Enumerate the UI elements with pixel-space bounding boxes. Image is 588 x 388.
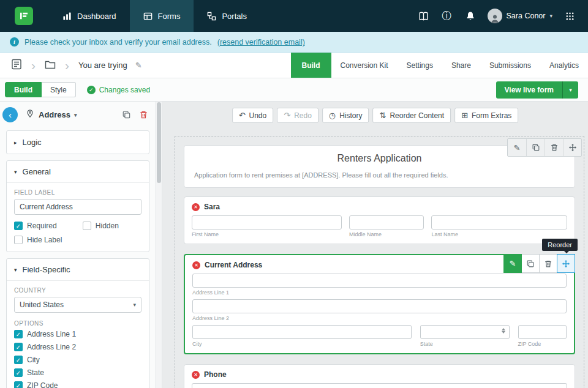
phone-field-card[interactable]: ✕ Phone [184,364,575,388]
edit-field-button[interactable]: ✎ [503,254,522,273]
hide-label-checkbox[interactable]: Hide Label [14,236,79,244]
city-group: City [192,325,412,347]
form-section-tabs: Build Conversion Kit Settings Share Subm… [291,53,588,78]
form-extras-button[interactable]: ⊞ Form Extras [454,108,518,123]
scrollbar-thumb[interactable] [157,102,161,183]
app-logo[interactable] [0,0,49,32]
checkbox-label: Hidden [96,222,119,230]
address-line2-input[interactable] [192,299,567,313]
first-name-input[interactable] [192,215,342,229]
zip-input[interactable] [518,325,567,339]
delete-field-icon[interactable] [139,110,148,119]
redo-label: Redo [294,111,312,120]
form-preview-area: ✎ [175,136,584,388]
rename-form-pencil-icon[interactable]: ✎ [135,61,142,70]
notifications-bell-icon[interactable] [464,10,477,22]
triangle-right-icon: ▸ [14,140,17,146]
field-toolbar: ✎ [504,254,575,273]
nav-item-dashboard[interactable]: Dashboard [49,0,130,32]
build-mode-button[interactable]: Build [5,82,42,97]
tab-settings[interactable]: Settings [398,53,442,78]
phone-input[interactable] [192,383,567,388]
duplicate-icon [526,259,535,268]
move-icon[interactable] [563,139,581,156]
edit-pencil-icon[interactable]: ✎ [508,139,526,156]
tab-share[interactable]: Share [442,53,480,78]
required-checkbox[interactable]: Required [14,222,79,230]
apps-grid-icon[interactable] [564,10,576,22]
city-input[interactable] [192,325,412,339]
general-section-toggle[interactable]: ▾ General [7,161,149,183]
field-header: ✕ Sara [192,202,567,212]
collapse-panel-button[interactable]: ‹ [2,107,18,122]
address-field-card-selected[interactable]: Reorder ✎ [184,254,575,354]
hidden-checkbox[interactable]: Hidden [83,222,141,230]
breadcrumb-separator-icon: › [30,58,37,73]
logo-glyph [18,10,29,21]
mode-toolbar: Build Style ✓ Changes saved View live fo… [0,78,588,102]
docs-book-icon[interactable] [418,10,430,22]
option-zip-code[interactable]: ZIP Code [14,381,141,388]
option-state[interactable]: State [14,368,141,377]
checkbox-icon [14,330,23,338]
info-icon[interactable]: ⓘ [441,10,453,22]
country-select[interactable]: United States ▾ [14,297,141,313]
build-style-switch: Build Style [5,82,76,97]
user-name: Sara Conor [507,12,546,20]
field-type-dropdown[interactable]: Address ▾ [39,110,77,119]
option-address-line-2[interactable]: Address Line 2 [14,343,141,351]
location-pin-icon [26,109,34,121]
tab-submissions[interactable]: Submissions [480,53,540,78]
option-address-line-1[interactable]: Address Line 1 [14,330,141,338]
duplicate-field-button[interactable] [521,254,540,273]
reorder-field-button[interactable] [557,254,575,273]
view-live-form-caret[interactable]: ▾ [562,81,578,99]
state-sublabel: State [420,341,510,347]
folder-icon[interactable] [45,59,56,72]
undo-button[interactable]: ↶ Undo [232,108,274,123]
history-button[interactable]: ◷ History [322,108,369,123]
top-navbar: Dashboard Forms Portals ⓘ [0,0,588,32]
tab-build[interactable]: Build [291,53,331,78]
tab-conversion-kit[interactable]: Conversion Kit [331,53,398,78]
delete-field-button[interactable] [539,254,557,273]
duplicate-field-icon[interactable] [122,110,131,119]
resend-verification-link[interactable]: (resend verification email) [217,38,305,47]
first-name-sublabel: First Name [192,231,342,237]
trash-icon[interactable] [545,139,563,156]
form-list-icon[interactable] [11,59,22,72]
nav-item-portals[interactable]: Portals [194,0,260,32]
address-line1-input[interactable] [192,274,567,288]
field-label-input[interactable] [14,199,141,215]
checkbox-icon [14,222,23,230]
last-name-group: Last Name [431,215,567,237]
option-city[interactable]: City [14,356,141,364]
middle-name-input[interactable] [349,215,424,229]
nav-label: Portals [222,12,246,21]
state-select[interactable] [420,325,510,339]
duplicate-icon[interactable] [526,139,545,156]
tab-analytics[interactable]: Analytics [540,53,588,78]
reorder-content-button[interactable]: ⇅ Reorder Content [373,108,451,123]
field-specific-section-toggle[interactable]: ▾ Field-Specific [7,259,149,281]
avatar [488,9,502,23]
logic-section-toggle[interactable]: ▸ Logic [6,130,149,154]
checkbox-icon [14,381,23,388]
triangle-down-icon: ▾ [14,169,17,175]
nav-label: Dashboard [77,12,116,21]
undo-label: Undo [249,111,267,120]
nav-item-forms[interactable]: Forms [130,0,194,32]
view-live-form-button[interactable]: View live form [496,81,562,99]
name-field-card[interactable]: ✕ Sara First Name Middle Name Last Name [184,196,575,244]
options-caption: OPTIONS [14,320,141,327]
checkbox-label: State [27,368,44,377]
style-mode-button[interactable]: Style [42,82,76,97]
view-live-form-button-group: View live form ▾ [496,81,578,99]
redo-button[interactable]: ↷ Redo [277,108,318,123]
user-menu[interactable]: Sara Conor ▾ [488,9,552,23]
form-name: You are trying [78,61,127,70]
general-section-body: FIELD LABEL Required Hidden Hide Label [7,183,149,252]
last-name-input[interactable] [431,215,567,229]
reorder-content-label: Reorder Content [390,111,444,120]
sidebar-scrollbar[interactable] [156,102,162,388]
